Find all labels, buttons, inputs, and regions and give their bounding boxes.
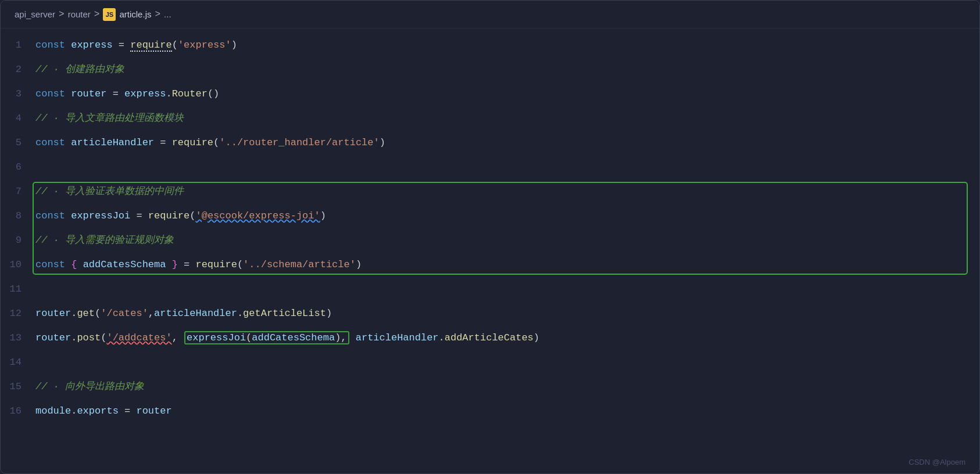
line-num-1: 1 — [1, 34, 35, 57]
line-num-2: 2 — [1, 58, 35, 81]
line-num-11: 11 — [1, 278, 35, 301]
breadcrumb-ellipsis: ... — [164, 9, 171, 19]
breadcrumb-router: router — [68, 9, 91, 19]
line-num-7: 7 — [1, 180, 35, 203]
line-content-12: router.get('/cates',articleHandler.getAr… — [35, 302, 979, 325]
line-content-1: const express = require('express') — [35, 34, 979, 57]
code-line-12: 12 router.get('/cates',articleHandler.ge… — [1, 301, 979, 326]
line-content-16: module.exports = router — [35, 400, 979, 423]
code-line-4: 4 // · 导入文章路由处理函数模块 — [1, 106, 979, 131]
line-num-16: 16 — [1, 400, 35, 423]
breadcrumb-sep3: > — [155, 9, 160, 20]
line-num-12: 12 — [1, 302, 35, 325]
highlight-group: 7 // · 导入验证表单数据的中间件 8 const expressJoi =… — [1, 179, 979, 277]
line-num-14: 14 — [1, 351, 35, 374]
line-num-13: 13 — [1, 326, 35, 350]
code-line-3: 3 const router = express.Router() — [1, 82, 979, 106]
code-line-6: 6 — [1, 155, 979, 179]
code-line-10: 10 const { addCatesSchema } = require('.… — [1, 253, 979, 277]
line-content-7: // · 导入验证表单数据的中间件 — [35, 180, 979, 203]
code-line-9: 9 // · 导入需要的验证规则对象 — [1, 228, 979, 253]
breadcrumb-api-server: api_server — [15, 9, 55, 19]
line-num-4: 4 — [1, 107, 35, 130]
code-line-15: 15 // · 向外导出路由对象 — [1, 375, 979, 399]
breadcrumb-filename: article.js — [119, 9, 151, 19]
code-area: 1 const express = require('express') 2 /… — [1, 28, 979, 473]
code-line-5: 5 const articleHandler = require('../rou… — [1, 131, 979, 155]
watermark: CSDN @Alpoem — [909, 458, 965, 466]
breadcrumb-sep2: > — [94, 9, 100, 20]
code-line-11: 11 — [1, 277, 979, 301]
line-num-5: 5 — [1, 131, 35, 155]
js-file-icon: JS — [103, 8, 116, 21]
line-content-6 — [35, 156, 979, 179]
line-num-10: 10 — [1, 253, 35, 276]
editor-window: api_server > router > JS article.js > ..… — [0, 0, 980, 474]
line-content-2: // · 创建路由对象 — [35, 58, 979, 81]
line-content-9: // · 导入需要的验证规则对象 — [35, 229, 979, 252]
line-num-3: 3 — [1, 82, 35, 106]
line-num-15: 15 — [1, 375, 35, 398]
line-content-10: const { addCatesSchema } = require('../s… — [35, 253, 979, 276]
code-line-8: 8 const expressJoi = require('@escook/ex… — [1, 204, 979, 228]
code-line-1: 1 const express = require('express') — [1, 33, 979, 58]
breadcrumb-sep1: > — [59, 9, 65, 20]
code-line-13: 13 router.post('/addcates', expressJoi(a… — [1, 326, 979, 350]
code-line-7: 7 // · 导入验证表单数据的中间件 — [1, 179, 979, 204]
line-num-6: 6 — [1, 156, 35, 179]
line-content-8: const expressJoi = require('@escook/expr… — [35, 204, 979, 228]
line-content-14 — [35, 351, 979, 374]
line-num-8: 8 — [1, 204, 35, 228]
line-content-11 — [35, 278, 979, 301]
line-content-4: // · 导入文章路由处理函数模块 — [35, 107, 979, 130]
line-content-5: const articleHandler = require('../route… — [35, 131, 979, 155]
code-line-14: 14 — [1, 350, 979, 375]
line-content-13: router.post('/addcates', expressJoi(addC… — [35, 326, 979, 350]
line-content-3: const router = express.Router() — [35, 82, 979, 106]
line-content-15: // · 向外导出路由对象 — [35, 375, 979, 398]
line-num-9: 9 — [1, 229, 35, 252]
code-line-16: 16 module.exports = router — [1, 399, 979, 423]
breadcrumb: api_server > router > JS article.js > ..… — [1, 1, 979, 28]
code-line-2: 2 // · 创建路由对象 — [1, 58, 979, 82]
